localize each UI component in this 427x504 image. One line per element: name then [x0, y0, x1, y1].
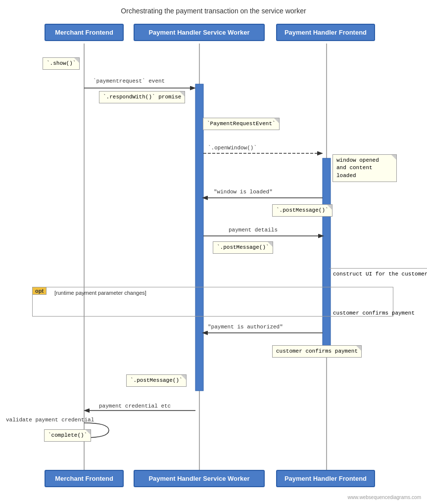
svg-rect-4	[323, 158, 331, 351]
note-complete: `complete()`	[44, 429, 91, 442]
label-validate-payment: validate payment credential	[6, 417, 94, 423]
label-payment-authorized: "payment is authorized"	[208, 324, 283, 330]
note-respondwith: `.respondWith()` promise	[99, 91, 185, 103]
label-open-window: `.openWindow()`	[208, 145, 257, 151]
fragment-condition: [runtime payment parameter changes]	[54, 290, 146, 296]
note-postmessage1: `.postMessage()`	[272, 204, 332, 217]
footer-payment-frontend: Payment Handler Frontend	[276, 470, 375, 487]
header-payment-frontend: Payment Handler Frontend	[276, 24, 375, 41]
watermark: www.websequencediagrams.com	[348, 495, 421, 500]
diagram-title: Orchestrating the payment transaction on…	[0, 0, 427, 20]
note-postmessage2: `.postMessage()`	[213, 241, 273, 254]
fragment-label-opt: opt	[32, 287, 47, 295]
note-window-loaded: window openedand content loaded	[332, 154, 397, 182]
label-payment-credential: payment credential etc	[99, 403, 171, 409]
note-promise-resolves: `.postMessage()`	[126, 374, 187, 387]
note-construct-ui: construct UI for the customer	[330, 268, 427, 280]
label-paymentrequest-event: `paymentrequest` event	[93, 78, 165, 84]
diagram-container: Orchestrating the payment transaction on…	[0, 0, 427, 504]
note-postmessage3: customer confirms payment	[272, 345, 362, 358]
note-payment-request-event: `PaymentRequestEvent`	[203, 118, 280, 130]
footer-merchant: Merchant Frontend	[45, 470, 124, 487]
note-show: `.show()`	[43, 57, 80, 70]
note-customer-confirms: customer confirms payment	[330, 308, 418, 319]
footer-service-worker: Payment Handler Service Worker	[134, 470, 265, 487]
label-payment-details: payment details	[229, 227, 278, 233]
label-window-is-loaded: "window is loaded"	[214, 189, 273, 195]
header-service-worker: Payment Handler Service Worker	[134, 24, 265, 41]
header-merchant: Merchant Frontend	[45, 24, 124, 41]
svg-rect-3	[195, 84, 203, 391]
